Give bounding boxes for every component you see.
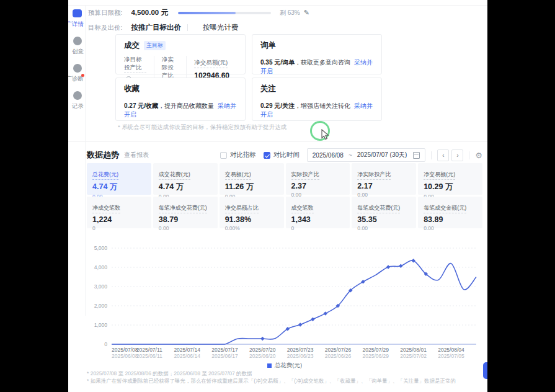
y-axis-tick-label: 5,000 <box>94 245 108 251</box>
data-point-marker[interactable] <box>399 264 403 269</box>
x-axis-tick-label-compare: 2025/06/17 <box>211 353 238 359</box>
next-period-button[interactable]: › <box>451 149 463 161</box>
data-point-marker[interactable] <box>411 259 415 263</box>
creative-icon <box>73 37 82 45</box>
legend-label: 总花费(元) <box>275 362 302 370</box>
compare-time-checkbox[interactable] <box>264 152 270 159</box>
view-report-link[interactable]: 查看报表 <box>124 151 149 159</box>
compare-time-label: 对比时间 <box>273 151 300 159</box>
data-point-marker[interactable] <box>323 311 327 316</box>
metric-value: 35.35 <box>357 215 411 224</box>
metric-label: 净实际投产比 <box>357 171 391 180</box>
date-range-start: 2025/06/08 <box>313 152 344 159</box>
sidebar-item-广诊断[interactable]: 广诊断 <box>68 60 85 87</box>
y-axis-tick-label: 3,000 <box>94 283 108 290</box>
goal-card-inquiry[interactable]: 询单 0.35 元/询单，获取更多意向咨询采纳并开启 <box>252 34 382 74</box>
x-axis-tick-label-compare: 2025/06/08 <box>112 353 138 359</box>
metric-card-净成交笔数[interactable]: 净成交笔数1,2240 <box>87 197 151 228</box>
metric-card-净交易额占比[interactable]: 净交易额占比91.38%0.00% <box>220 197 284 228</box>
metric-label: 总花费(元) <box>92 171 118 180</box>
metric-card-成交花费(元)[interactable]: 成交花费(元)4.74 万0.00 <box>153 163 218 195</box>
x-axis-tick-label-current: 2025/07/20 <box>249 347 276 353</box>
record-icon <box>73 91 82 100</box>
data-point-marker[interactable] <box>298 323 303 327</box>
goal-card-deal[interactable]: 成交 主目标 净目标投产比i2.45✎净实际投产比2.17净交易额(元)1029… <box>115 34 246 74</box>
metric-compare-value: 0.00 <box>159 225 212 231</box>
sidebar-item-记录[interactable]: 记录 <box>68 87 85 115</box>
metric-card-净交易额(元)[interactable]: 净交易额(元)10.29 万0.00 <box>418 163 482 195</box>
x-axis-tick-label-current: 2025/07/14 <box>174 347 200 353</box>
goal-card-title: 询单 <box>260 40 276 51</box>
metric-value: 2.17 <box>357 182 411 190</box>
metric-value: 38.79 <box>159 215 212 224</box>
date-range-end: 2025/07/07 (30天) <box>357 151 407 159</box>
favorite-price: 0.27 元/收藏 <box>124 102 158 109</box>
date-range-picker[interactable]: 2025/06/08 ~ 2025/07/07 (30天) <box>307 148 426 162</box>
sidebar-item-广详情[interactable]: 广详情 <box>68 6 85 33</box>
x-axis-tick-label-current: 2025/07/08 <box>112 347 138 353</box>
metric-value: 4.74 万 <box>159 182 212 192</box>
x-axis-tick-label-current: 2025/07/29 <box>363 347 389 353</box>
metric-card-成交笔数[interactable]: 成交笔数1,3430 <box>286 197 350 228</box>
metric-value: 83.89 <box>424 215 477 224</box>
top-divider <box>68 5 487 6</box>
metric-card-总花费(元)[interactable]: 总花费(元)4.74 万0.00 <box>87 163 151 195</box>
page-root: { "sidebar": { "items": [ {"label": "广详情… <box>0 0 555 392</box>
metric-label: 净交易额占比 <box>225 204 259 213</box>
goal-card-follow[interactable]: 关注 0.29 元/关注，增强店铺关注转化采纳并开启 <box>252 78 382 121</box>
trend-header: 数据趋势 查看报表 对比指标 对比时间 2025/06/08 ~ 2025/07… <box>87 148 482 162</box>
metric-card-grid: 总花费(元)4.74 万0.00成交花费(元)4.74 万0.00交易额(元)1… <box>87 163 482 228</box>
x-axis-tick-label-current: 2025/07/11 <box>136 347 162 353</box>
budget-value: 4,500.00 元 <box>131 8 167 17</box>
mini-sidebar: 广详情创意广诊断记录 <box>68 6 86 316</box>
x-axis-tick-label-compare: 2025/06/29 <box>363 353 389 359</box>
side-drawer-handle[interactable] <box>483 362 487 379</box>
section-divider <box>68 141 487 142</box>
campaign-detail-icon <box>73 9 82 17</box>
metric-compare-value: 0.00 <box>424 225 477 231</box>
inquiry-desc: ，获取更多意向咨询 <box>295 59 350 66</box>
sidebar-item-label: 创意 <box>72 48 84 56</box>
metric-value: 2.37 <box>291 182 345 190</box>
trend-line-chart[interactable]: 01,0002,0003,0004,0005,0002025/07/082025… <box>87 234 482 360</box>
mouse-cursor-icon <box>321 129 330 140</box>
budget-edit-icon[interactable]: ✎ <box>304 9 309 17</box>
metric-label: 每笔成交金额(元) <box>424 204 466 213</box>
deal-metric-label: 净交易额(元) <box>194 59 228 68</box>
control-divider <box>469 151 469 159</box>
x-axis-tick-label-compare: 2025/06/26 <box>325 353 352 359</box>
data-point-marker[interactable] <box>311 317 315 321</box>
goal-card-favorite[interactable]: 收藏 0.27 元/收藏，提升商品收藏数量采纳并开启 <box>115 78 246 121</box>
budget-label: 预算日限额: <box>88 9 122 17</box>
metric-card-交易额(元)[interactable]: 交易额(元)11.26 万0.00 <box>220 163 284 195</box>
y-axis-tick-label: 1,000 <box>94 322 108 328</box>
chart-legend[interactable]: 总花费(元) <box>87 362 482 370</box>
metric-compare-value: 0.00% <box>225 225 278 231</box>
data-point-marker[interactable] <box>260 337 265 341</box>
metric-card-净实际投产比[interactable]: 净实际投产比2.170.00 <box>352 163 416 195</box>
metric-label: 实际投产比 <box>291 171 319 180</box>
compare-metric-checkbox[interactable] <box>220 152 227 159</box>
metric-card-每笔净成交花费(元)[interactable]: 每笔净成交花费(元)38.790.00 <box>153 197 218 228</box>
metric-card-实际投产比[interactable]: 实际投产比2.370.00 <box>286 163 350 195</box>
metric-card-每笔成交金额(元)[interactable]: 每笔成交金额(元)83.890.00 <box>418 197 482 228</box>
goal-card-title: 收藏 <box>124 84 140 94</box>
y-axis-tick-label: 2,000 <box>94 303 108 309</box>
bidding-row: 目标及出价: 按推广目标出价 按曝光计费 <box>88 23 238 32</box>
trend-title: 数据趋势 <box>87 149 119 161</box>
x-axis-tick-label-compare: 2025/06/11 <box>136 353 162 359</box>
settings-gear-icon[interactable]: ⚙ <box>475 151 482 160</box>
tab-bid-by-impression[interactable]: 按曝光计费 <box>203 23 239 32</box>
tab-bid-by-goal[interactable]: 按推广目标出价 <box>131 23 181 32</box>
budget-progress-bar <box>178 12 271 14</box>
metric-value: 4.74 万 <box>92 182 146 192</box>
metric-value: 10.29 万 <box>424 182 477 192</box>
budget-row: 预算日限额: 4,500.00 元 剩 63% ✎ <box>88 8 309 17</box>
sidebar-item-创意[interactable]: 创意 <box>68 33 85 60</box>
x-axis-tick-label-compare: 2025/06/20 <box>249 353 276 359</box>
metric-value: 91.38% <box>225 215 278 224</box>
metric-label: 交易额(元) <box>225 171 251 180</box>
data-point-marker[interactable] <box>386 265 391 269</box>
prev-period-button[interactable]: ‹ <box>437 149 449 161</box>
metric-card-每笔成交花费(元)[interactable]: 每笔成交花费(元)35.350.00 <box>352 197 416 228</box>
